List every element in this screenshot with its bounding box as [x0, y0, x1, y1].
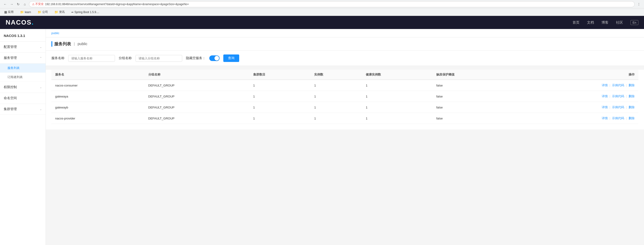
nav-community[interactable]: 社区	[616, 20, 623, 25]
chevron-up-icon: ⌃	[40, 57, 42, 60]
action-sep-2-0: |	[626, 83, 627, 87]
cell-service-name: gatewaya	[52, 91, 144, 102]
action-sep-2-3: |	[626, 116, 627, 120]
chevron-down-icon-3: ⌄	[40, 108, 42, 111]
nav-docs[interactable]: 文档	[587, 20, 594, 25]
page-title-sep: |	[74, 42, 75, 46]
cell-threshold: false	[432, 102, 512, 113]
action-example-1[interactable]: 示例代码	[612, 94, 624, 98]
bookmark-learn[interactable]: 📁 learn	[19, 10, 32, 14]
nav-lang[interactable]: En	[630, 20, 638, 25]
table-container: 服务名 分组名称 集群数目 实例数 健康实例数 触发保护阈值 操作 nacos-…	[46, 70, 644, 130]
col-threshold: 触发保护阈值	[432, 70, 512, 80]
cell-group: DEFAULT_GROUP	[144, 80, 250, 91]
subscriber-list-label: 订阅者列表	[8, 75, 23, 79]
settings-button[interactable]: ⋮	[636, 2, 641, 7]
logo-dot: .	[32, 19, 34, 26]
top-navigation: NACOS. 首页 文档 博客 社区 En	[0, 16, 644, 29]
cell-actions: 详情 | 示例代码 | 删除	[512, 102, 638, 113]
table-row: gatewaya DEFAULT_GROUP 1 1 1 false 详情 | …	[52, 91, 638, 102]
cell-group: DEFAULT_GROUP	[144, 102, 250, 113]
browser-bar: ← → ↻ ⌂ ⚠ 不安全 192.168.8.81:8848/nacos/#/…	[0, 0, 644, 9]
chevron-down-icon-2: ⌄	[40, 86, 42, 89]
sidebar-item-permission-ctrl[interactable]: 权限控制 ⌄	[0, 82, 46, 93]
bookmark-springboot[interactable]: ➦ Spring Boot 1.5.9....	[70, 10, 101, 14]
address-text: 192.168.8.81:8848/nacos/#/serviceManagem…	[45, 3, 189, 6]
forward-button[interactable]: →	[9, 2, 14, 7]
address-bar[interactable]: ⚠ 不安全 192.168.8.81:8848/nacos/#/serviceM…	[29, 1, 635, 7]
action-example-0[interactable]: 示例代码	[612, 83, 624, 87]
sidebar-item-service-mgmt[interactable]: 服务管理 ⌃	[0, 53, 46, 64]
sidebar-sub-service-list[interactable]: 服务列表	[0, 64, 46, 73]
sidebar-sub-subscriber-list[interactable]: 订阅者列表	[0, 73, 46, 82]
breadcrumb-text[interactable]: public	[52, 31, 59, 35]
query-button[interactable]: 查询	[223, 55, 239, 62]
warning-icon: ⚠	[32, 3, 34, 6]
action-sep-2-1: |	[626, 94, 627, 98]
cluster-mgmt-label: 集群管理	[4, 107, 17, 111]
col-group-name: 分组名称	[144, 70, 250, 80]
action-delete-0[interactable]: 删除	[628, 83, 635, 87]
col-cluster-count: 集群数目	[250, 70, 310, 80]
col-instance-count: 实例数	[310, 70, 362, 80]
action-example-3[interactable]: 示例代码	[612, 116, 624, 120]
reload-button[interactable]: ↻	[16, 2, 20, 7]
namespace-label: 命名空间	[4, 96, 17, 100]
sidebar: NACOS 1.3.1 配置管理 ⌄ 服务管理 ⌃ 服务列表 订阅者列表 权限控…	[0, 29, 46, 245]
bookmark-company[interactable]: 📁 公司	[36, 10, 49, 15]
bookmark-learn-label: learn	[25, 11, 31, 14]
col-actions: 操作	[512, 70, 638, 80]
sidebar-item-cluster-mgmt[interactable]: 集群管理 ⌄	[0, 104, 46, 115]
apps-bookmark[interactable]: ▦ 应用	[3, 10, 15, 15]
page-header: 服务列表 | public	[46, 37, 644, 51]
action-example-2[interactable]: 示例代码	[612, 105, 624, 109]
table-row: gatewayb DEFAULT_GROUP 1 1 1 false 详情 | …	[52, 102, 638, 113]
cell-actions: 详情 | 示例代码 | 删除	[512, 113, 638, 124]
action-detail-0[interactable]: 详情	[602, 83, 608, 87]
cell-cluster-count: 1	[250, 102, 310, 113]
action-sep-1-1: |	[610, 94, 610, 98]
cell-healthy-count: 1	[362, 102, 432, 113]
config-mgmt-label: 配置管理	[4, 45, 17, 49]
arrow-icon: ➦	[71, 11, 74, 14]
nav-home[interactable]: 首页	[572, 20, 580, 25]
filters-area: 服务名称 分组名称 隐藏空服务： 查询	[46, 51, 644, 66]
bookmark-news[interactable]: 📁 资讯	[53, 10, 66, 15]
insecure-label: 不安全	[35, 2, 44, 6]
cell-cluster-count: 1	[250, 113, 310, 124]
action-sep-1-3: |	[610, 116, 610, 120]
cell-threshold: false	[432, 113, 512, 124]
security-indicator: ⚠ 不安全	[32, 2, 44, 6]
cell-instance-count: 1	[310, 102, 362, 113]
sidebar-item-namespace[interactable]: 命名空间	[0, 93, 46, 104]
cell-threshold: false	[432, 91, 512, 102]
action-detail-3[interactable]: 详情	[602, 116, 608, 120]
nav-blog[interactable]: 博客	[602, 20, 608, 25]
back-button[interactable]: ←	[3, 2, 8, 7]
group-name-label: 分组名称	[119, 56, 132, 60]
main-layout: NACOS 1.3.1 配置管理 ⌄ 服务管理 ⌃ 服务列表 订阅者列表 权限控…	[0, 29, 644, 245]
action-detail-2[interactable]: 详情	[602, 105, 608, 109]
cell-threshold: false	[432, 80, 512, 91]
action-delete-3[interactable]: 删除	[628, 116, 635, 120]
action-delete-1[interactable]: 删除	[628, 94, 635, 98]
action-sep-1-0: |	[610, 83, 610, 87]
action-detail-1[interactable]: 详情	[602, 94, 608, 98]
apps-icon: ▦	[4, 10, 7, 14]
sidebar-item-config-mgmt[interactable]: 配置管理 ⌄	[0, 42, 46, 53]
cell-actions: 详情 | 示例代码 | 删除	[512, 80, 638, 91]
group-name-input[interactable]	[136, 55, 182, 62]
service-name-input[interactable]	[68, 55, 115, 62]
breadcrumb: public	[46, 29, 644, 37]
apps-label: 应用	[8, 10, 14, 14]
title-accent-bar	[52, 41, 52, 47]
cell-actions: 详情 | 示例代码 | 删除	[512, 91, 638, 102]
service-list-label: 服务列表	[8, 66, 20, 70]
cell-group: DEFAULT_GROUP	[144, 113, 250, 124]
nav-links: 首页 文档 博客 社区 En	[572, 20, 638, 25]
cell-service-name: nacos-consumer	[52, 80, 144, 91]
action-sep-2-2: |	[626, 105, 627, 109]
hide-empty-toggle[interactable]	[209, 55, 220, 61]
home-button[interactable]: ⌂	[22, 2, 27, 7]
action-delete-2[interactable]: 删除	[628, 105, 635, 109]
